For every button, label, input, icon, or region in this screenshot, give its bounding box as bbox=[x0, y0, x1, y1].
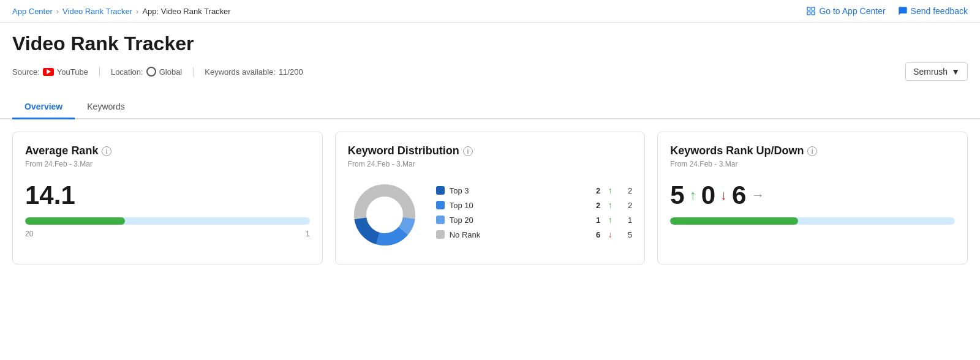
app-center-icon bbox=[806, 6, 816, 16]
legend-arrow-norank: ↓ bbox=[605, 230, 615, 239]
page-title: Video Rank Tracker bbox=[12, 32, 968, 55]
page-header: Video Rank Tracker Source: YouTube Locat… bbox=[0, 23, 980, 86]
rank-bar-labels: 20 1 bbox=[25, 230, 310, 238]
average-rank-title: Average Rank i bbox=[25, 144, 310, 157]
breadcrumb-sep-2: › bbox=[136, 7, 138, 16]
keyword-distribution-info-icon[interactable]: i bbox=[463, 146, 473, 156]
location-label: Location: bbox=[111, 67, 143, 77]
updown-up-value: 5 bbox=[670, 181, 684, 210]
svg-rect-1 bbox=[812, 7, 815, 10]
legend-arrow-top10: ↑ bbox=[605, 200, 615, 210]
location-value: Global bbox=[159, 67, 183, 77]
keywords-rank-updown-card: Keywords Rank Up/Down i From 24.Feb - 3.… bbox=[657, 132, 968, 264]
breadcrumb-sep-1: › bbox=[56, 7, 59, 16]
legend-change-top20: 1 bbox=[620, 216, 632, 225]
feedback-icon bbox=[898, 6, 908, 16]
legend-arrow-top3: ↑ bbox=[605, 186, 615, 195]
go-to-app-center-link[interactable]: Go to App Center bbox=[806, 6, 885, 16]
keywords-value: 11/200 bbox=[279, 67, 303, 77]
legend-table: Top 3 2 ↑ 2 Top 10 2 ↑ 2 Top 20 1 ↑ bbox=[436, 186, 633, 244]
legend-label-top20: Top 20 bbox=[450, 216, 584, 225]
updown-right-icon: → bbox=[751, 187, 764, 203]
legend-count-top10: 2 bbox=[588, 201, 600, 210]
globe-icon bbox=[146, 67, 156, 77]
svg-point-8 bbox=[368, 198, 402, 232]
source-meta: Source: YouTube bbox=[12, 67, 99, 77]
legend-count-top3: 2 bbox=[588, 186, 600, 195]
chevron-down-icon: ▼ bbox=[951, 67, 960, 77]
keyword-distribution-title: Keyword Distribution i bbox=[348, 144, 633, 157]
average-rank-subtitle: From 24.Feb - 3.Mar bbox=[25, 160, 310, 168]
legend-label-top3: Top 3 bbox=[450, 186, 584, 195]
legend-label-top10: Top 10 bbox=[450, 201, 584, 210]
legend-dot-norank bbox=[436, 230, 445, 239]
rank-bar-max: 1 bbox=[306, 230, 310, 238]
keywords-rank-updown-info-icon[interactable]: i bbox=[807, 146, 817, 156]
keywords-meta: Keywords available: 11/200 bbox=[193, 67, 314, 77]
legend-row-top3: Top 3 2 ↑ 2 bbox=[436, 186, 633, 195]
updown-row: 5 ↑ 0 ↓ 6 → bbox=[670, 181, 955, 210]
keywords-rank-updown-title: Keywords Rank Up/Down i bbox=[670, 144, 955, 157]
breadcrumb-app-center[interactable]: App Center bbox=[12, 7, 53, 16]
breadcrumb: App Center › Video Rank Tracker › App: V… bbox=[12, 7, 231, 16]
legend-dot-top10 bbox=[436, 201, 445, 209]
legend-change-norank: 5 bbox=[620, 230, 632, 239]
top-actions: Go to App Center Send feedback bbox=[806, 6, 968, 16]
svg-rect-3 bbox=[812, 12, 815, 15]
average-rank-bar bbox=[25, 217, 310, 225]
legend-count-norank: 6 bbox=[588, 230, 600, 239]
meta-left: Source: YouTube Location: Global Keyword… bbox=[12, 67, 314, 77]
meta-bar: Source: YouTube Location: Global Keyword… bbox=[12, 62, 968, 81]
updown-bar bbox=[670, 217, 955, 225]
legend-dot-top20 bbox=[436, 216, 445, 224]
keyword-distribution-subtitle: From 24.Feb - 3.Mar bbox=[348, 160, 633, 168]
legend-row-top10: Top 10 2 ↑ 2 bbox=[436, 200, 633, 210]
breadcrumb-video-rank-tracker[interactable]: Video Rank Tracker bbox=[62, 7, 132, 16]
updown-neutral-value: 0 bbox=[701, 181, 715, 210]
legend-count-top20: 1 bbox=[588, 216, 600, 225]
tab-overview[interactable]: Overview bbox=[12, 96, 75, 119]
tabs: Overview Keywords bbox=[0, 96, 980, 119]
average-rank-info-icon[interactable]: i bbox=[102, 146, 111, 156]
legend-change-top10: 2 bbox=[620, 201, 632, 210]
keywords-label: Keywords available: bbox=[205, 67, 276, 77]
updown-bar-fill bbox=[670, 217, 798, 225]
youtube-icon bbox=[43, 68, 54, 76]
legend-row-norank: No Rank 6 ↓ 5 bbox=[436, 230, 633, 239]
legend-label-norank: No Rank bbox=[450, 230, 584, 239]
top-bar: App Center › Video Rank Tracker › App: V… bbox=[0, 0, 980, 23]
updown-down-icon-arrow: ↓ bbox=[720, 187, 727, 203]
cards-row: Average Rank i From 24.Feb - 3.Mar 14.1 … bbox=[0, 119, 980, 277]
rank-bar-min: 20 bbox=[25, 230, 33, 238]
svg-rect-2 bbox=[807, 12, 810, 15]
tab-keywords[interactable]: Keywords bbox=[75, 96, 137, 119]
location-meta: Location: Global bbox=[99, 67, 193, 77]
updown-down-value: 6 bbox=[732, 181, 746, 210]
send-feedback-link[interactable]: Send feedback bbox=[898, 6, 968, 16]
legend-arrow-top20: ↑ bbox=[605, 215, 615, 225]
kw-dist-content: Top 3 2 ↑ 2 Top 10 2 ↑ 2 Top 20 1 ↑ bbox=[348, 178, 633, 252]
semrush-button[interactable]: Semrush ▼ bbox=[905, 62, 968, 81]
average-rank-value: 14.1 bbox=[25, 181, 310, 210]
svg-rect-0 bbox=[807, 7, 810, 10]
source-label: Source: bbox=[12, 67, 40, 77]
legend-row-top20: Top 20 1 ↑ 1 bbox=[436, 215, 633, 225]
keyword-distribution-card: Keyword Distribution i From 24.Feb - 3.M… bbox=[335, 132, 646, 264]
average-rank-card: Average Rank i From 24.Feb - 3.Mar 14.1 … bbox=[12, 132, 323, 264]
keywords-rank-updown-subtitle: From 24.Feb - 3.Mar bbox=[670, 160, 955, 168]
donut-chart bbox=[348, 178, 421, 252]
average-rank-bar-fill bbox=[25, 217, 125, 225]
source-value: YouTube bbox=[57, 67, 88, 77]
legend-dot-top3 bbox=[436, 186, 445, 195]
legend-change-top3: 2 bbox=[620, 186, 632, 195]
updown-up-icon: ↑ bbox=[690, 187, 696, 203]
breadcrumb-current: App: Video Rank Tracker bbox=[142, 7, 230, 16]
